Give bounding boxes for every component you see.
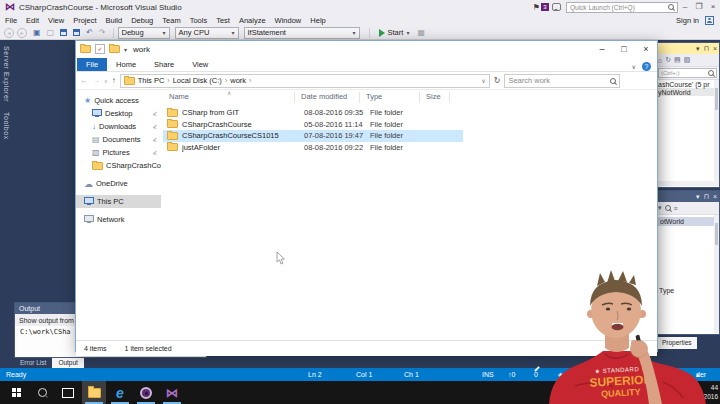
forward-button[interactable]: → [92,76,100,85]
menu-help[interactable]: Help [310,16,325,25]
platform-dropdown[interactable]: Any CPU▾ [175,27,239,39]
selected-object[interactable]: otWorld [658,217,717,226]
pin-icon[interactable]: ⊓ [703,45,708,53]
search-icon[interactable] [665,205,671,211]
tab-home[interactable]: Home [107,58,145,71]
file-row[interactable]: justAFolder 08-08-2016 09:22 File folder [163,142,463,154]
tab-server-explorer[interactable]: Server Explorer [3,46,10,102]
ribbon-expand-icon[interactable]: ∨ [632,63,636,70]
menu-view[interactable]: View [48,16,64,25]
taskbar-search-button[interactable] [30,381,54,404]
dropdown-icon[interactable]: ▾ [658,204,662,212]
menu-tools[interactable]: Tools [190,16,208,25]
tab-file[interactable]: File [77,58,107,71]
help-icon[interactable]: ? [642,62,651,71]
solution-node[interactable]: ashCourse' (5 pr [656,80,719,88]
explorer-minimize-button[interactable]: – [591,41,613,57]
sidebar-item-downloads[interactable]: ↓ Downloads ⊀ [76,120,161,133]
vs-minimize-button[interactable]: – [678,0,692,14]
notification-count-badge[interactable]: 3 [541,3,549,11]
project-node[interactable]: yNotWorld [656,88,719,96]
redo-icon[interactable]: ↷ [99,28,106,37]
start-debug-button[interactable]: Start ▾ [379,28,410,37]
close-icon[interactable]: × [713,45,717,52]
sidebar-item-network[interactable]: Network [76,213,161,226]
account-icon[interactable] [705,16,714,25]
taskbar-edge[interactable]: e [108,381,132,404]
sidebar-item-onedrive[interactable]: ☁ OneDrive [76,177,161,190]
menu-debug[interactable]: Debug [131,16,153,25]
sidebar-item-desktop[interactable]: Desktop ⊀ [76,107,161,120]
tab-share[interactable]: Share [145,58,183,71]
new-project-icon[interactable]: ▣ [33,28,41,37]
feedback-icon[interactable] [552,3,561,11]
taskbar-visual-studio[interactable]: ⋈ [160,381,184,404]
vs-restore-button[interactable]: ❐ [692,0,706,14]
sidebar-item-documents[interactable]: ▤ Documents ⊀ [76,133,161,146]
breadcrumb-this-pc[interactable]: This PC [138,76,165,85]
column-size[interactable]: Size [426,92,441,101]
menu-build[interactable]: Build [106,16,123,25]
scrollbar-horizontal[interactable] [656,181,714,186]
solution-config-dropdown[interactable]: Debug▾ [118,27,170,39]
menu-window[interactable]: Window [275,16,302,25]
sidebar-item-pictures[interactable]: ▧ Pictures ⊀ [76,146,161,159]
up-button[interactable]: ↑ [112,76,116,85]
navigate-back-icon[interactable]: ◂ [4,28,14,38]
breadcrumb-local-disk[interactable]: Local Disk (C:) [173,76,222,85]
collapse-all-icon[interactable]: ▤ [674,56,681,64]
explorer-search-input[interactable]: Search work [504,74,620,88]
list-view-icon[interactable]: ≡ [674,205,678,212]
menu-edit[interactable]: Edit [26,16,39,25]
sidebar-item-quick-access[interactable]: ★ Quick access [76,94,161,107]
window-position-icon[interactable]: ▾ [696,45,700,53]
file-row[interactable]: CSharp from GIT 08-08-2016 09:35 File fo… [163,107,463,119]
taskbar-file-explorer[interactable] [82,381,106,404]
save-icon[interactable] [60,29,67,36]
solution-explorer-search[interactable]: (Ctrl+;) [656,67,719,80]
open-file-icon[interactable]: ▢ [47,28,55,37]
tab-toolbox[interactable]: Toolbox [3,112,10,140]
menu-project[interactable]: Project [73,16,96,25]
breadcrumb-work[interactable]: work [230,76,246,85]
explorer-maximize-button[interactable]: □ [613,41,635,57]
window-position-icon[interactable]: ▾ [696,193,700,201]
menu-analyze[interactable]: Analyze [239,16,266,25]
pin-icon[interactable]: ⊓ [703,193,708,201]
quick-launch-input[interactable]: Quick Launch (Ctrl+Q) [566,2,678,13]
qat-customize-icon[interactable]: ▾ [124,46,127,53]
sidebar-item-csharpcrashcourse[interactable]: CSharpCrashCourse [76,159,161,172]
notifications-flag-icon[interactable]: ⚑ [533,3,540,12]
refresh-icon[interactable]: ↻ [665,56,671,64]
column-date-modified[interactable]: Date modified [301,92,347,101]
recent-locations-icon[interactable]: ∨ [104,78,108,84]
vs-close-button[interactable]: × [706,0,720,14]
explorer-close-button[interactable]: × [635,41,657,57]
tool-icon[interactable]: ▦ [417,28,425,37]
tab-error-list[interactable]: Error List [14,358,52,368]
address-dropdown-icon[interactable]: ∨ [481,77,485,84]
close-icon[interactable]: × [713,193,717,200]
refresh-icon[interactable]: ↻ [494,76,501,85]
taskbar-app[interactable] [134,381,158,404]
back-button[interactable]: ← [80,76,88,85]
tab-output[interactable]: Output [52,358,84,368]
file-row[interactable]: CSharpCrashCourseCS1015 07-08-2016 19:47… [163,130,463,142]
file-row[interactable]: CSharpCrashCourse 05-08-2016 11:14 File … [163,119,463,131]
navigate-forward-icon[interactable]: ▸ [17,28,27,38]
properties-icon[interactable]: ▧ [684,56,691,64]
qat-properties-icon[interactable]: ✓ [95,44,105,54]
scrollbar-vertical[interactable] [714,80,719,186]
unpushed-commits[interactable]: ↑ 0 [508,368,512,381]
qat-new-folder-icon[interactable] [109,45,120,53]
undo-icon[interactable]: ↶ [86,28,93,37]
start-button[interactable] [4,381,28,404]
column-name[interactable]: Name [169,92,189,101]
save-all-icon[interactable] [73,29,80,36]
startup-item-dropdown[interactable]: IfStatement▾ [244,27,360,39]
sidebar-item-this-pc[interactable]: This PC [76,195,161,208]
tab-view[interactable]: View [183,58,217,71]
sign-in-link[interactable]: Sign in [676,16,699,25]
menu-file[interactable]: File [5,16,17,25]
task-view-button[interactable] [56,381,80,404]
